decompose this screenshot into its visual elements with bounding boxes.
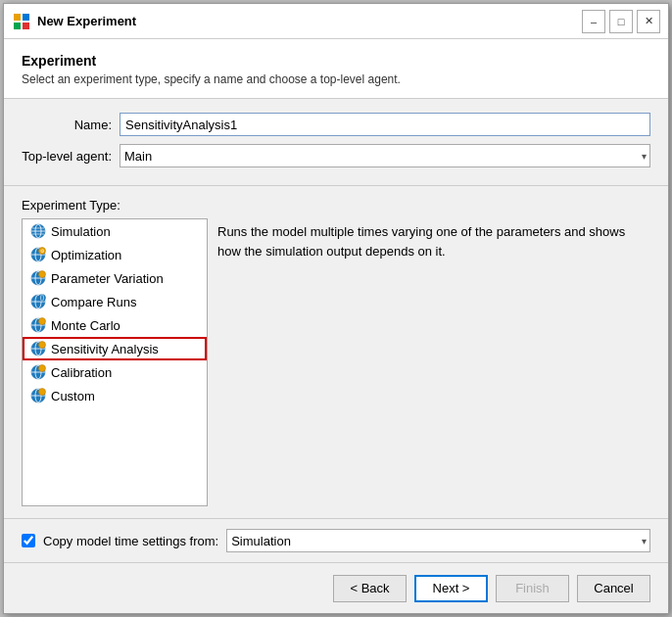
svg-rect-0 — [14, 14, 21, 21]
optimization-label: Optimization — [51, 248, 121, 262]
svg-point-21 — [39, 295, 46, 302]
compare-runs-label: Compare Runs — [51, 295, 136, 309]
dialog-title: New Experiment — [37, 14, 582, 28]
simulation-label: Simulation — [51, 224, 111, 239]
back-button[interactable]: < Back — [333, 575, 407, 602]
parameter-variation-label: Parameter Variation — [51, 271, 164, 286]
sensitivity-analysis-icon — [30, 341, 46, 356]
parameter-variation-icon — [30, 270, 46, 286]
experiment-description: Runs the model multiple times varying on… — [217, 218, 650, 506]
name-label: Name: — [22, 118, 120, 132]
copy-select-wrapper: Simulation ▾ — [226, 529, 650, 552]
app-icon — [12, 12, 31, 31]
list-item-sensitivity-analysis[interactable]: Sensitivity Analysis — [23, 337, 207, 360]
monte-carlo-label: Monte Carlo — [51, 318, 120, 333]
agent-row: Top-level agent: Main ▾ — [22, 144, 650, 167]
window-controls: – □ ✕ — [582, 10, 660, 33]
copy-checkbox[interactable] — [22, 534, 35, 547]
name-input[interactable] — [120, 113, 650, 136]
list-item-monte-carlo[interactable]: Monte Carlo — [23, 313, 207, 337]
cancel-button[interactable]: Cancel — [577, 575, 650, 602]
list-item-custom[interactable]: Custom — [23, 384, 207, 407]
svg-point-17 — [39, 271, 46, 278]
close-button[interactable]: ✕ — [637, 10, 660, 33]
copy-label: Copy model time settings from: — [43, 534, 218, 548]
form-section: Name: Top-level agent: Main ▾ — [4, 99, 668, 186]
sensitivity-analysis-label: Sensitivity Analysis — [51, 342, 159, 356]
list-item-optimization[interactable]: ⚙ Optimization — [23, 243, 207, 266]
compare-runs-icon — [30, 294, 46, 309]
optimization-icon: ⚙ — [30, 247, 46, 262]
title-bar: New Experiment – □ ✕ — [4, 4, 668, 39]
finish-button[interactable]: Finish — [496, 575, 569, 602]
agent-select[interactable]: Main — [120, 144, 650, 167]
svg-rect-2 — [14, 23, 21, 29]
dialog: New Experiment – □ ✕ Experiment Select a… — [3, 3, 669, 614]
calibration-label: Calibration — [51, 365, 112, 380]
agent-select-wrapper: Main ▾ — [120, 144, 650, 167]
header-section: Experiment Select an experiment type, sp… — [4, 39, 668, 99]
experiment-body: Simulation ⚙ Optimization Parameter Vari… — [22, 218, 650, 506]
name-row: Name: — [22, 113, 650, 136]
custom-icon — [30, 388, 46, 403]
svg-point-26 — [39, 318, 46, 325]
maximize-button[interactable]: □ — [609, 10, 633, 33]
custom-label: Custom — [51, 389, 95, 403]
content-section: Experiment Type: Simulation ⚙ Optimizati… — [4, 186, 668, 518]
list-item-parameter-variation[interactable]: Parameter Variation — [23, 266, 207, 290]
minimize-button[interactable]: – — [582, 10, 605, 33]
svg-point-38 — [39, 389, 46, 396]
experiment-type-label: Experiment Type: — [22, 198, 650, 213]
section-title: Experiment — [22, 53, 650, 69]
svg-point-30 — [39, 342, 46, 349]
simulation-icon — [30, 223, 46, 239]
list-item-compare-runs[interactable]: Compare Runs — [23, 290, 207, 313]
button-section: < Back Next > Finish Cancel — [4, 562, 668, 613]
section-description: Select an experiment type, specify a nam… — [22, 72, 650, 86]
list-item-simulation[interactable]: Simulation — [23, 219, 207, 243]
calibration-icon — [30, 364, 46, 380]
list-item-calibration[interactable]: Calibration — [23, 360, 207, 384]
copy-select[interactable]: Simulation — [226, 529, 650, 552]
svg-point-34 — [39, 365, 46, 372]
next-button[interactable]: Next > — [414, 575, 488, 602]
agent-label: Top-level agent: — [22, 149, 120, 164]
svg-rect-1 — [23, 14, 29, 21]
experiment-list: Simulation ⚙ Optimization Parameter Vari… — [22, 218, 208, 506]
svg-rect-3 — [23, 23, 29, 29]
copy-section: Copy model time settings from: Simulatio… — [4, 518, 668, 562]
monte-carlo-icon — [30, 317, 46, 333]
